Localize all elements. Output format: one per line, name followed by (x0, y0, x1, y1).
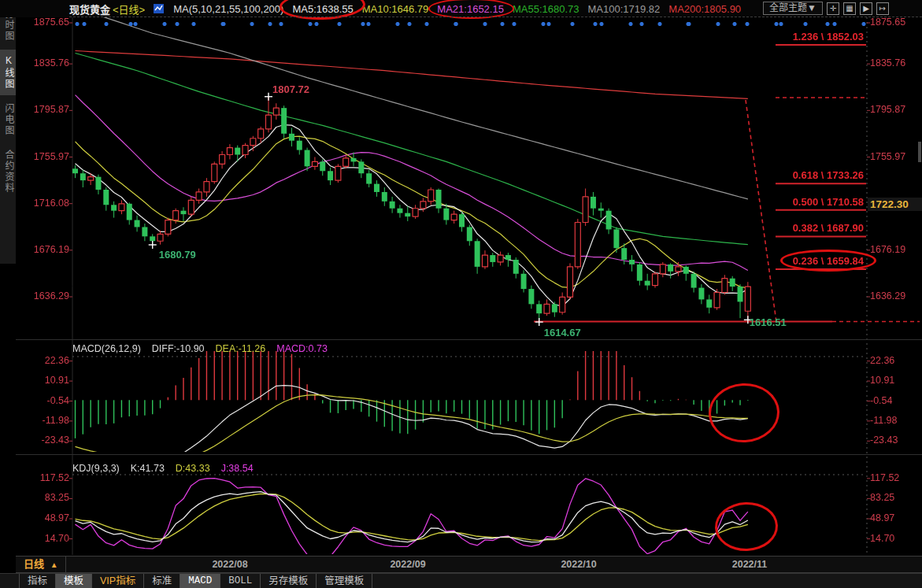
ma-params-label: MA(5,10,21,55,100,200) (173, 3, 283, 15)
tab-macd[interactable]: MACD (180, 574, 220, 588)
time-axis-row: 日线 ▲ 2022/08 2022/09 2022/10 2022/11 (16, 556, 922, 573)
tab-manage-templates[interactable]: 管理模板 (317, 574, 372, 588)
date-label: 2022/11 (732, 559, 768, 570)
topbar-separator (69, 17, 922, 17)
ma200-value: MA200:1805.90 (668, 3, 741, 15)
theme-dropdown-button[interactable]: 全部主题▼ (763, 2, 823, 15)
ma55-value: MA55:1680.73 (513, 3, 579, 15)
tab-save-template[interactable]: 另存模板 (261, 574, 317, 588)
macd-macd-value: MACD:0.73 (276, 343, 328, 354)
period-selector[interactable]: 日线 ▲ (16, 557, 66, 572)
current-price-badge: 1722.30 (868, 198, 922, 211)
macd-title: MACD(26,12,9) (72, 343, 141, 354)
crosshair-icon[interactable]: ✛ (827, 2, 839, 15)
tab-vip-indicators[interactable]: VIP指标 (92, 574, 144, 588)
export-icon[interactable]: ↦ (876, 2, 889, 15)
ma10-value: MA10:1646.79 (362, 3, 429, 15)
kdj-k-value: K:41.73 (131, 463, 165, 474)
macd-header: MACD(26,12,9) DIFF:-10.90 DEA:-11.26 MAC… (72, 343, 328, 354)
price-chart-canvas[interactable] (0, 0, 922, 588)
tab-boll[interactable]: BOLL (220, 574, 261, 588)
date-label: 2022/10 (561, 559, 596, 570)
tab-indicators[interactable]: 指标 (19, 574, 56, 588)
chart-type-sidebar: 分时图 K线图 闪电图 合约资料 (0, 0, 16, 264)
ma5-value: MA5:1638.55 (292, 3, 353, 15)
period-tag: <日线> (113, 2, 145, 17)
kdj-panel-separator (16, 454, 922, 455)
measure-icon[interactable]: ▦ (843, 2, 856, 15)
tab-templates[interactable]: 模板 (56, 574, 92, 588)
macd-dea-value: DEA:-11.26 (216, 343, 266, 354)
ma100-value: MA100:1719.82 (588, 3, 661, 15)
mini-chart-icon (154, 3, 165, 14)
indicator-legend: 现货黄金 <日线> MA(5,10,21,55,100,200) MA5:163… (69, 0, 741, 17)
kdj-d-value: D:43.33 (176, 463, 210, 474)
macd-panel-separator (16, 339, 922, 340)
indicator-tab-bar: 指标 模板 VIP指标 标准 MACD BOLL 另存模板 管理模板 (0, 573, 922, 588)
period-collapse-icon: ▲ (50, 560, 58, 569)
period-label: 日线 (24, 558, 44, 570)
right-scrollbar-thumb[interactable] (918, 142, 921, 162)
event-dots-row (75, 21, 868, 27)
macd-diff-value: DIFF:-10.90 (152, 343, 205, 354)
kdj-j-value: J:38.54 (221, 463, 254, 474)
date-label: 2022/09 (390, 559, 425, 570)
top-bar: 现货黄金 <日线> MA(5,10,21,55,100,200) MA5:163… (0, 0, 922, 17)
tab-standard[interactable]: 标准 (144, 574, 180, 588)
kdj-header: KDJ(9,3,3) K:41.73 D:43.33 J:38.54 (72, 463, 254, 474)
annotate-icon[interactable]: ▶ (860, 2, 872, 15)
sidebar-item-contract-info[interactable]: 合约资料 (0, 144, 16, 199)
symbol-name: 现货黄金 (69, 2, 110, 17)
sidebar-item-kline[interactable]: K线图 (0, 50, 16, 95)
ma21-value: MA21:1652.15 (437, 3, 504, 15)
sidebar-item-flash[interactable]: 闪电图 (0, 98, 16, 142)
kdj-title: KDJ(9,3,3) (72, 463, 120, 474)
date-label: 2022/08 (212, 559, 247, 570)
